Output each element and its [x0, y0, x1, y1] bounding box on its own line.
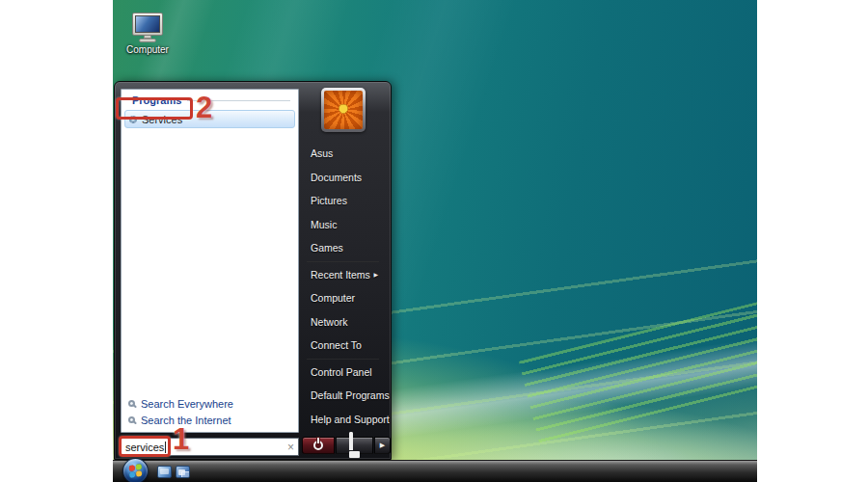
- quick-launch-bar: [157, 466, 190, 478]
- windows-logo-icon: [129, 464, 142, 478]
- services-gear-icon: [129, 116, 137, 123]
- search-everywhere-label: Search Everywhere: [141, 398, 233, 410]
- start-menu-left-panel: Programs Services Search Everywhere Sear…: [121, 89, 299, 433]
- separator: [307, 359, 379, 360]
- start-orb-button[interactable]: [122, 458, 149, 482]
- search-internet-link[interactable]: Search the Internet: [128, 412, 233, 428]
- arrow-right-icon: ▶: [380, 442, 385, 449]
- right-panel-items: Asus Documents Pictures Music Games Rece…: [300, 142, 386, 431]
- computer-icon: [132, 13, 163, 42]
- magnifier-icon: [128, 416, 135, 423]
- flower-avatar-image: [324, 91, 363, 129]
- separator: [307, 261, 379, 262]
- programs-header: Programs: [122, 90, 298, 108]
- power-button-row: ▶: [302, 437, 391, 454]
- search-links: Search Everywhere Search the Internet: [128, 395, 233, 428]
- switch-windows-icon[interactable]: [176, 466, 190, 478]
- search-result-label: Services: [142, 114, 182, 125]
- submenu-arrow-icon: ▶: [373, 263, 386, 287]
- search-result-services[interactable]: Services: [124, 110, 295, 128]
- menu-item-games[interactable]: Games: [300, 236, 386, 260]
- lock-button[interactable]: [336, 437, 373, 454]
- menu-item-control-panel[interactable]: Control Panel: [300, 361, 386, 385]
- programs-header-label: Programs: [132, 94, 181, 106]
- computer-desktop-icon[interactable]: Computer: [121, 13, 175, 55]
- menu-item-music[interactable]: Music: [300, 213, 386, 237]
- start-menu-right-panel: Asus Documents Pictures Music Games Rece…: [300, 82, 386, 459]
- menu-item-computer[interactable]: Computer: [300, 286, 386, 310]
- clear-search-icon[interactable]: ×: [287, 442, 294, 453]
- search-everywhere-link[interactable]: Search Everywhere: [128, 395, 233, 412]
- search-query-text: services: [125, 442, 164, 453]
- start-menu: Programs Services Search Everywhere Sear…: [114, 81, 392, 460]
- start-search-input[interactable]: services ×: [121, 438, 299, 456]
- power-button[interactable]: [302, 437, 335, 454]
- menu-item-documents[interactable]: Documents: [300, 166, 386, 190]
- lock-icon: [349, 434, 360, 458]
- menu-item-help-support[interactable]: Help and Support: [300, 408, 386, 432]
- programs-header-rule: [187, 100, 290, 101]
- menu-item-default-programs[interactable]: Default Programs: [300, 384, 386, 408]
- magnifier-icon: [128, 400, 135, 407]
- menu-item-recent-items[interactable]: Recent Items ▶: [300, 263, 386, 287]
- power-icon: [313, 441, 323, 450]
- search-internet-label: Search the Internet: [141, 415, 231, 426]
- taskbar: [113, 460, 757, 482]
- text-caret: [165, 442, 166, 453]
- shutdown-options-button[interactable]: ▶: [374, 437, 391, 454]
- vista-desktop: Computer Programs Services Search Everyw…: [113, 0, 757, 482]
- menu-item-pictures[interactable]: Pictures: [300, 189, 386, 213]
- menu-item-user[interactable]: Asus: [300, 142, 386, 166]
- user-avatar[interactable]: [321, 88, 366, 132]
- show-desktop-icon[interactable]: [157, 466, 172, 478]
- canvas: Computer Programs Services Search Everyw…: [0, 0, 868, 482]
- menu-item-network[interactable]: Network: [300, 310, 386, 335]
- computer-icon-label: Computer: [121, 44, 175, 55]
- menu-item-connect-to[interactable]: Connect To: [300, 334, 386, 358]
